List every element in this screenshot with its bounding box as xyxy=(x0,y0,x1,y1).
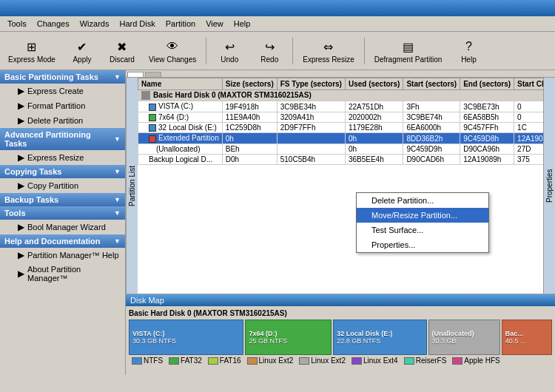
bar-name: VISTA (C:) xyxy=(132,330,240,337)
item-label: Bool Manager Wizard xyxy=(27,223,106,232)
section-item-delete-partition[interactable]: ▶Delete Partition xyxy=(0,113,125,128)
section-header-backup-tasks[interactable]: Backup Tasks▼ xyxy=(0,193,125,206)
toolbar-btn-discard[interactable]: ✖Discard xyxy=(104,35,141,67)
menu-item-view[interactable]: View xyxy=(201,18,228,30)
tab-help[interactable] xyxy=(145,72,161,77)
item-icon: ▶ xyxy=(18,180,24,191)
table-header: Start (sectors) xyxy=(403,78,460,90)
disk-partition-bar[interactable]: (Unallocated)30.3 GB xyxy=(428,320,500,355)
partition-table: NameSize (sectors)FS Type (sectors)Used … xyxy=(138,78,543,165)
partition-data-cell: 510C5B4h xyxy=(277,154,345,164)
menu-item-partition[interactable]: Partition xyxy=(161,18,200,30)
item-label: Format Partition xyxy=(27,101,85,110)
toolbar-label: View Changes xyxy=(149,55,196,64)
item-label: Express Create xyxy=(27,87,84,95)
legend-label: Linux Ext2 xyxy=(311,356,346,365)
partition-data-cell: 0 xyxy=(514,112,543,122)
legend-color xyxy=(247,357,258,365)
toolbar-separator xyxy=(206,38,206,64)
toolbar-label: Express Mode xyxy=(8,55,56,64)
table-header: End (sectors) xyxy=(460,78,514,90)
context-menu[interactable]: Delete Partition...Move/Resize Partition… xyxy=(356,192,489,253)
partition-data-cell: 19F4918h xyxy=(222,101,277,112)
bar-size: 25 GB NTFS xyxy=(249,337,328,345)
section-toggle: ▼ xyxy=(114,168,121,175)
context-menu-item-properties---[interactable]: Properties... xyxy=(357,237,488,252)
bar-size: 30.3 GB NTFS xyxy=(132,337,240,345)
table-row[interactable]: Extended Partition0h0h8DD36B2h9C459D8h12… xyxy=(138,133,544,143)
section-header-tools[interactable]: Tools▼ xyxy=(0,206,125,220)
toolbar-btn-defragment-partition[interactable]: ▤Defragment Partition xyxy=(369,35,448,67)
section-item-express-create[interactable]: ▶Express Create xyxy=(0,84,125,98)
menu-item-wizards[interactable]: Wizards xyxy=(75,18,114,30)
disk-header-row: Basic Hard Disk 0 (MAXTOR STM3160215AS) xyxy=(138,90,544,101)
toolbar-label: Apply xyxy=(73,55,91,64)
section-title: Advanced Partitioning Tasks xyxy=(4,130,114,148)
partition-name-cell: VISTA (C:) xyxy=(138,101,223,112)
section-item-format-partition[interactable]: ▶Format Partition xyxy=(0,98,125,113)
table-row[interactable]: (Unallocated)BEh0h9C459D9hD90CA96h27D xyxy=(138,143,544,154)
tab-disk-view[interactable] xyxy=(127,72,144,77)
section-header-copying-tasks[interactable]: Copying Tasks▼ xyxy=(0,165,125,178)
toolbar-icon: 👁 xyxy=(164,38,181,55)
menu-item-changes[interactable]: Changes xyxy=(33,18,74,30)
toolbar-separator xyxy=(364,38,365,64)
partition-data-cell: 9C457FFh xyxy=(460,123,514,133)
disk-name-cell: Basic Hard Disk 0 (MAXTOR STM3160215AS) xyxy=(138,90,544,101)
section-header-help-and-documentation[interactable]: Help and Documentation▼ xyxy=(0,234,125,248)
toolbar-btn-undo[interactable]: ↩Undo xyxy=(211,35,248,67)
context-menu-item-delete-partition---[interactable]: Delete Partition... xyxy=(357,193,488,208)
menu-item-help[interactable]: Help xyxy=(229,18,255,30)
title-bar xyxy=(0,0,555,16)
section-item-copy-partition[interactable]: ▶Copy Partition xyxy=(0,178,125,193)
disk-partition-bar[interactable]: VISTA (C:)30.3 GB NTFS xyxy=(129,320,243,355)
toolbar-btn-help[interactable]: ?Help xyxy=(450,35,487,67)
disk-partition-bar[interactable]: 7x64 (D:)25 GB NTFS xyxy=(245,320,332,355)
bar-size: 22.8 GB NTFS xyxy=(337,337,423,345)
table-row[interactable]: VISTA (C:)19F4918h3C9BE34h22A751Dh3Fh3C9… xyxy=(138,101,544,112)
toolbar-btn-apply[interactable]: ✔Apply xyxy=(64,35,101,67)
legend-color xyxy=(452,357,462,365)
menu-item-hard-disk[interactable]: Hard Disk xyxy=(115,18,159,30)
bar-size: 30.3 GB xyxy=(432,337,497,345)
toolbar-btn-view-changes[interactable]: 👁View Changes xyxy=(144,35,201,67)
partition-data-cell: 6EA6000h xyxy=(403,123,460,133)
item-icon: ▶ xyxy=(18,86,24,96)
table-row[interactable]: Backup Logical D...D0h510C5B4h36B5EE4hD9… xyxy=(138,154,544,164)
disk-partition-bar[interactable]: Bac...40.5 ... xyxy=(502,320,552,355)
section-item-partition-manager™-help[interactable]: ▶Partition Manager™ Help xyxy=(0,248,125,263)
toolbar-btn-express-resize[interactable]: ⇔Express Resize xyxy=(297,35,359,67)
legend-color xyxy=(208,357,218,365)
legend-item: FAT16 xyxy=(208,356,241,365)
menu-item-tools[interactable]: Tools xyxy=(3,18,31,30)
disk-bars: VISTA (C:)30.3 GB NTFS7x64 (D:)25 GB NTF… xyxy=(129,320,552,355)
legend-label: Linux Ext2 xyxy=(259,356,294,365)
section-header-basic-partitioning-tasks[interactable]: Basic Partitioning Tasks▼ xyxy=(0,70,125,84)
disk-view[interactable]: NameSize (sectors)FS Type (sectors)Used … xyxy=(138,78,543,294)
disk-map-title: Disk Map xyxy=(130,296,164,305)
toolbar-label: Undo xyxy=(221,55,238,64)
partition-data-cell: 12A19089h xyxy=(460,154,514,164)
partition-data-cell: 0h xyxy=(345,143,403,154)
left-panel: Basic Partitioning Tasks▼▶Express Create… xyxy=(0,70,126,375)
toolbar-icon: ? xyxy=(460,38,477,55)
toolbar-btn-express-mode[interactable]: ⊞Express Mode xyxy=(3,35,61,67)
section-header-advanced-partitioning-tasks[interactable]: Advanced Partitioning Tasks▼ xyxy=(0,128,125,150)
context-menu-item-move-resize-partition---[interactable]: Move/Resize Partition... xyxy=(357,208,488,223)
partition-data-cell: 3Fh xyxy=(403,101,460,112)
section-item-about-partition-manager™[interactable]: ▶About Partition Manager™ xyxy=(0,263,125,285)
disk-partition-bar[interactable]: 32 Local Disk (E:)22.8 GB NTFS xyxy=(333,320,426,355)
disk-map-content: Basic Hard Disk 0 (MAXTOR STM3160215AS) … xyxy=(126,306,555,369)
table-row[interactable]: 7x64 (D:)11E9A40h3209A41h2020002h3C9BE74… xyxy=(138,112,544,122)
table-row[interactable]: 32 Local Disk (E:)1C259D8h2D9F7FFh1179E2… xyxy=(138,123,544,133)
item-icon: ▶ xyxy=(18,115,24,126)
section-title: Help and Documentation xyxy=(4,237,101,246)
toolbar-label: Express Resize xyxy=(303,55,354,64)
section-item-bool-manager-wizard[interactable]: ▶Bool Manager Wizard xyxy=(0,220,125,234)
context-menu-item-test-surface---[interactable]: Test Surface... xyxy=(357,223,488,237)
legend-color xyxy=(299,357,309,365)
item-icon: ▶ xyxy=(18,268,24,279)
table-header: Name xyxy=(138,78,223,90)
section-item-express-resize[interactable]: ▶Express Resize xyxy=(0,150,125,165)
toolbar-btn-redo[interactable]: ↪Redo xyxy=(251,35,288,67)
